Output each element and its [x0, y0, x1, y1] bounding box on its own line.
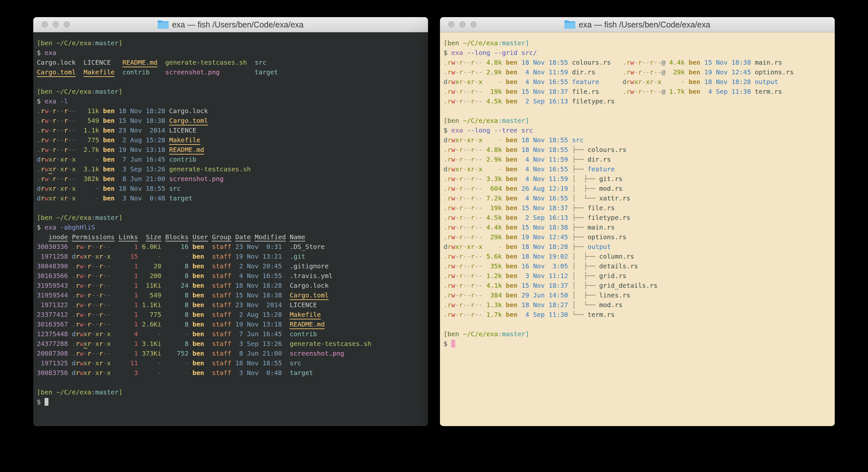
terminal-line: .rw-r--r-- 604 ben 26 Aug 12:19 │ ├── mo…	[443, 184, 835, 193]
text-run: w	[44, 194, 49, 202]
text-run: -	[161, 359, 188, 367]
text-run: 31959543	[37, 282, 68, 289]
text-run: options.rs	[588, 233, 626, 241]
text-run: x	[455, 136, 459, 144]
text-run: 4 Sep 11:30	[700, 88, 751, 95]
text-run: --	[68, 126, 75, 134]
text-run: grid.rs	[599, 272, 626, 279]
titlebar[interactable]: exa — fish /Users/ben/Code/exa/exa	[33, 17, 428, 32]
terminal-screen[interactable]: [ben ~/C/e/exa:master]$ exaCargo.lock LI…	[33, 32, 428, 426]
titlebar[interactable]: exa — fish /Users/ben/Code/exa/exa	[440, 17, 835, 32]
text-run: r	[75, 350, 80, 357]
close-button[interactable]	[448, 21, 455, 28]
text-run: w	[451, 88, 455, 95]
zoom-button[interactable]	[64, 21, 70, 28]
text-run: staff	[204, 272, 231, 279]
text-run: [ben	[37, 39, 56, 47]
text-run: colours.rs	[588, 146, 626, 153]
minimize-button[interactable]	[459, 21, 465, 28]
text-run: w	[80, 359, 83, 367]
text-run: --	[463, 68, 471, 76]
terminal-line: 30163567 .rw-r--r-- 1 2.6Ki 8 ben staff …	[37, 319, 428, 329]
text-run: r	[447, 194, 451, 202]
text-run: x	[107, 340, 111, 348]
text-run: details.rs	[599, 262, 638, 270]
text-run: --	[474, 214, 482, 222]
text-run: 18 Nov 18:28	[700, 78, 751, 86]
text-run: w	[451, 136, 455, 144]
text-run: r	[447, 97, 451, 105]
text-run: --	[103, 272, 111, 279]
text-run: .	[37, 146, 41, 153]
text-run	[68, 301, 72, 309]
text-run: 23 Nov 0:31	[231, 243, 282, 250]
text-run: x	[49, 165, 52, 173]
text-run: r	[459, 204, 463, 212]
text-run: .	[443, 253, 447, 260]
text-run: staff	[204, 291, 231, 299]
text-run: -	[455, 97, 459, 105]
text-run: 604	[482, 185, 502, 193]
text-run: LICENCE	[165, 126, 196, 134]
text-run: w	[451, 59, 455, 66]
text-run: --	[463, 185, 471, 193]
text-run: ]	[119, 39, 122, 47]
text-run: .	[72, 272, 75, 279]
text-run: r	[471, 78, 474, 86]
text-run: -	[91, 369, 95, 377]
terminal-line: $ exa -abghHliS	[37, 223, 428, 232]
text-run: w	[44, 185, 49, 193]
text-run: r	[447, 204, 451, 212]
text-run: 18 Nov 19:02	[518, 253, 568, 260]
text-run: --	[103, 262, 111, 270]
zoom-button[interactable]	[470, 21, 476, 28]
text-run: staff	[204, 311, 231, 319]
terminal-line: inode Permissions Links Size Blocks User…	[37, 232, 428, 242]
text-run: User	[192, 233, 208, 241]
text-run: -	[455, 311, 459, 319]
text-run: Links	[119, 233, 138, 241]
text-run: ben	[502, 185, 518, 193]
text-run: 2.9k	[482, 155, 502, 163]
text-run: r	[459, 243, 463, 250]
close-button[interactable]	[42, 21, 48, 28]
text-run: -	[482, 78, 502, 86]
text-run: r	[75, 320, 80, 328]
text-run: .	[37, 117, 41, 124]
text-run: Group	[212, 233, 231, 241]
text-run: 12375448	[37, 330, 68, 338]
text-run: 2 Sep 16:13	[518, 97, 568, 105]
text-run	[463, 126, 467, 134]
terminal-line: .rw-r--r-- 3.3k ben 4 Nov 11:59 │ ├── gi…	[443, 174, 835, 184]
text-run: :master	[91, 214, 119, 222]
text-run: r	[99, 291, 103, 299]
text-run	[165, 136, 169, 144]
text-run: -	[482, 165, 502, 173]
text-run: w	[80, 243, 83, 250]
text-run: ben	[502, 194, 518, 202]
text-run: r	[64, 194, 68, 202]
text-run: r	[638, 59, 642, 66]
text-run: target	[254, 68, 278, 76]
text-run	[282, 311, 290, 319]
text-run: r	[99, 272, 103, 279]
text-run	[68, 233, 72, 241]
terminal-screen[interactable]: [ben ~/C/e/exa:master]$ exa --long --gri…	[440, 32, 835, 426]
text-run: r	[99, 243, 103, 250]
text-run: :master	[91, 88, 119, 95]
text-run: -	[84, 311, 88, 319]
text-run: 18 Nov 18:55	[231, 359, 282, 367]
text-run: -	[474, 78, 478, 86]
minimize-button[interactable]	[53, 21, 59, 28]
text-run: x	[60, 185, 64, 193]
text-run: --	[91, 243, 99, 250]
text-run: ben	[99, 126, 115, 134]
text-run: .	[72, 301, 75, 309]
terminal-line: 31959544 .rw-r--r-- 1 549 8 ben staff 15…	[37, 290, 428, 300]
text-run: --	[91, 301, 99, 309]
text-run: r	[459, 185, 463, 193]
terminal-line: .rw-r--r-- 5.6k ben 18 Nov 19:02 │ ├── c…	[443, 252, 835, 261]
text-run: r	[75, 243, 80, 250]
text-run: -	[463, 165, 467, 173]
text-run: @	[661, 59, 665, 66]
